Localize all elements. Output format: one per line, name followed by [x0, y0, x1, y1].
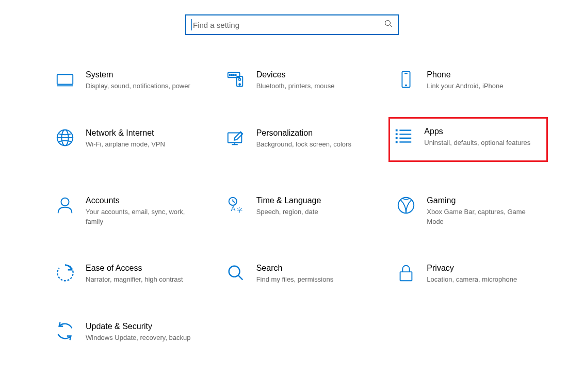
tile-title: Devices — [256, 70, 335, 79]
phone-icon — [396, 69, 416, 90]
tile-update-security[interactable]: Update & Security Windows Update, recove… — [52, 318, 222, 346]
ease-of-access-icon — [55, 263, 75, 283]
tile-desc: Wi-Fi, airplane mode, VPN — [86, 140, 165, 150]
svg-line-32 — [233, 201, 235, 202]
svg-text:字: 字 — [237, 207, 242, 213]
tile-desc: Uninstall, defaults, optional features — [424, 138, 530, 148]
tile-network[interactable]: Network & Internet Wi-Fi, airplane mode,… — [52, 124, 222, 162]
tile-text: Update & Security Windows Update, recove… — [86, 321, 191, 343]
search-input[interactable] — [193, 15, 384, 34]
devices-icon — [225, 69, 246, 90]
system-icon — [55, 69, 75, 90]
tile-accounts[interactable]: Accounts Your accounts, email, sync, wor… — [52, 192, 222, 230]
tile-desc: Speech, region, date — [256, 207, 321, 217]
accounts-icon — [55, 195, 75, 216]
svg-rect-27 — [396, 141, 398, 143]
time-language-icon: A 字 — [225, 195, 246, 216]
tile-apps[interactable]: Apps Uninstall, defaults, optional featu… — [388, 117, 548, 162]
tile-title: Phone — [427, 70, 503, 79]
network-icon — [55, 127, 75, 148]
svg-rect-23 — [396, 133, 398, 135]
tile-privacy[interactable]: Privacy Location, camera, microphone — [393, 259, 563, 288]
svg-rect-21 — [396, 129, 398, 132]
svg-rect-25 — [396, 137, 398, 139]
search-caret — [191, 19, 192, 30]
tile-text: Time & Language Speech, region, date — [256, 195, 321, 217]
tile-title: System — [86, 70, 190, 79]
tile-title: Ease of Access — [86, 264, 183, 273]
tile-text: Network & Internet Wi-Fi, airplane mode,… — [86, 127, 165, 150]
tile-search[interactable]: Search Find my files, permissions — [222, 259, 393, 288]
svg-line-1 — [390, 25, 392, 27]
search-container — [0, 0, 584, 66]
tile-title: Search — [256, 264, 334, 273]
privacy-icon — [396, 263, 416, 283]
tile-gaming[interactable]: Gaming Xbox Game Bar, captures, Game Mod… — [393, 192, 563, 230]
tile-system[interactable]: System Display, sound, notifications, po… — [52, 66, 222, 94]
tile-desc: Location, camera, microphone — [427, 275, 517, 285]
tile-title: Accounts — [86, 196, 194, 205]
svg-point-29 — [61, 198, 69, 205]
search-tile-icon — [225, 263, 246, 283]
tile-phone[interactable]: Phone Link your Android, iPhone — [393, 66, 563, 94]
tile-desc: Your accounts, email, sync, work, family — [86, 207, 194, 227]
search-box[interactable] — [185, 14, 399, 35]
tile-title: Apps — [424, 127, 530, 136]
svg-text:A: A — [231, 205, 235, 213]
tile-text: Search Find my files, permissions — [256, 263, 334, 285]
svg-line-37 — [238, 275, 242, 280]
svg-point-8 — [235, 75, 236, 76]
svg-point-11 — [238, 78, 240, 80]
tile-title: Time & Language — [256, 196, 321, 205]
tile-text: Phone Link your Android, iPhone — [427, 69, 503, 91]
tile-text: System Display, sound, notifications, po… — [86, 69, 190, 91]
tile-desc: Windows Update, recovery, backup — [86, 333, 191, 343]
svg-point-10 — [239, 84, 240, 85]
settings-tiles: System Display, sound, notifications, po… — [0, 66, 584, 346]
tile-text: Ease of Access Narrator, magnifier, high… — [86, 263, 183, 285]
personalization-icon — [225, 127, 246, 148]
tile-desc: Narrator, magnifier, high contrast — [86, 275, 183, 285]
tile-text: Privacy Location, camera, microphone — [427, 263, 517, 285]
svg-rect-38 — [400, 272, 412, 281]
tile-ease-of-access[interactable]: Ease of Access Narrator, magnifier, high… — [52, 259, 222, 288]
tile-text: Devices Bluetooth, printers, mouse — [256, 69, 335, 91]
tile-time-language[interactable]: A 字 Time & Language Speech, region, date — [222, 192, 393, 230]
tile-desc: Bluetooth, printers, mouse — [256, 81, 335, 91]
tile-desc: Display, sound, notifications, power — [86, 81, 190, 91]
search-icon — [384, 20, 393, 30]
tile-title: Network & Internet — [86, 128, 165, 138]
svg-point-36 — [229, 266, 239, 277]
tile-title: Update & Security — [86, 322, 191, 331]
gaming-icon — [396, 195, 416, 216]
svg-point-5 — [229, 75, 230, 76]
tile-text: Accounts Your accounts, email, sync, wor… — [86, 195, 194, 227]
svg-rect-2 — [57, 75, 73, 85]
tile-title: Privacy — [427, 264, 517, 273]
tile-desc: Xbox Game Bar, captures, Game Mode — [427, 207, 535, 227]
apps-icon — [393, 126, 414, 146]
tile-desc: Find my files, permissions — [256, 275, 334, 285]
tile-devices[interactable]: Devices Bluetooth, printers, mouse — [222, 66, 393, 94]
svg-point-14 — [405, 85, 407, 86]
tile-desc: Background, lock screen, colors — [256, 140, 351, 150]
tile-text: Personalization Background, lock screen,… — [256, 127, 351, 150]
tile-title: Personalization — [256, 128, 351, 138]
svg-point-6 — [231, 75, 232, 76]
svg-point-0 — [385, 21, 391, 26]
update-security-icon — [55, 321, 75, 341]
tile-text: Apps Uninstall, defaults, optional featu… — [424, 126, 530, 148]
tile-text: Gaming Xbox Game Bar, captures, Game Mod… — [427, 195, 535, 227]
tile-desc: Link your Android, iPhone — [427, 81, 503, 91]
tile-title: Gaming — [427, 196, 535, 205]
tile-personalization[interactable]: Personalization Background, lock screen,… — [222, 124, 393, 162]
svg-point-7 — [233, 75, 234, 76]
